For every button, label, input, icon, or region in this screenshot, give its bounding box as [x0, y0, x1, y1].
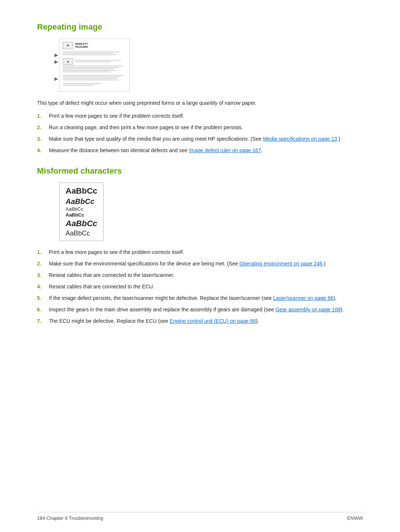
ri-row-3: ▶ — [63, 75, 126, 81]
step-num-mf-1: 1. — [37, 248, 49, 256]
page-footer: 184 Chapter 6 Troubleshooting ENWW — [37, 512, 363, 521]
step-text-mf-5: If the image defect persists, the laser/… — [49, 294, 363, 302]
link-operating-env[interactable]: Operating environment on page 246 — [239, 261, 322, 267]
ri-row-lines-3 — [63, 75, 126, 81]
link-image-defect-ruler[interactable]: Image defect ruler on page 167 — [189, 147, 261, 153]
ri-row-4 — [63, 83, 126, 86]
step-mf-2: 2. Make sure that the environmental spec… — [37, 260, 363, 268]
ri-row-lines-2: ⊕ — [63, 58, 126, 73]
step-mf-6: 6. Inspect the gears in the main drive a… — [37, 306, 363, 314]
hp-logo: ⊕ — [63, 42, 73, 49]
step-text-mf-6: Inspect the gears in the main drive asse… — [49, 306, 363, 314]
mf-line-2: AaBbCc — [66, 197, 97, 206]
mf-line-3: AaBbCc — [66, 206, 97, 213]
step-num-ri-3: 3. — [37, 135, 49, 143]
mf-line-1: AaBbCc — [66, 186, 97, 197]
ri-row-2: ▶ ⊕ — [63, 58, 126, 73]
step-num-mf-3: 3. — [37, 271, 49, 279]
step-num-ri-1: 1. — [37, 112, 49, 120]
misformed-chars-illustration: AaBbCc AaBbCc AaBbCc AaBbCc AaBbCc AaBbC… — [59, 183, 104, 241]
ri-row-1: ▶ — [63, 51, 126, 56]
step-num-mf-2: 2. — [37, 260, 49, 268]
step-text-mf-4: Reseat cables that are connected to the … — [49, 283, 363, 291]
repeating-image-intro: This type of defect might occur when usi… — [37, 99, 363, 107]
step-mf-3: 3. Reseat cables that are connected to t… — [37, 271, 363, 279]
mf-line-6: AaBbCc — [66, 229, 97, 238]
step-text-mf-3: Reseat cables that are connected to the … — [49, 271, 363, 279]
ri-logo-text: HEWLETT- PACKARD — [75, 43, 89, 49]
mf-line-4: AaBbCc — [66, 212, 97, 218]
link-laser-scanner[interactable]: Laser/scanner on page 86 — [273, 295, 333, 301]
step-num-mf-4: 4. — [37, 283, 49, 291]
section-heading-misformed: Misformed characters — [37, 166, 363, 176]
step-mf-1: 1. Print a few more pages to see if the … — [37, 248, 363, 256]
section-heading-repeating-image: Repeating image — [37, 22, 363, 32]
step-mf-5: 5. If the image defect persists, the las… — [37, 294, 363, 302]
step-mf-7: 7. The ECU might be defective. Replace t… — [37, 317, 363, 325]
ri-row-lines-1 — [63, 51, 126, 56]
step-text-ri-2: Run a cleaning page, and then print a fe… — [49, 124, 363, 131]
step-text-mf-2: Make sure that the environmental specifi… — [49, 260, 363, 268]
step-ri-3: 3. Make sure that type and quality of th… — [37, 135, 363, 143]
step-num-mf-7: 7. — [37, 317, 49, 325]
link-media-specs[interactable]: Media specifications on page 13 — [263, 136, 337, 142]
step-ri-2: 2. Run a cleaning page, and then print a… — [37, 124, 363, 131]
misformed-steps: 1. Print a few more pages to see if the … — [37, 248, 363, 325]
ri-content-rows: ▶ ▶ ⊕ — [63, 51, 126, 86]
ri-row-lines-4 — [63, 83, 126, 86]
repeating-image-steps: 1. Print a few more pages to see if the … — [37, 112, 363, 154]
footer-right: ENWW — [347, 515, 363, 521]
page-content: Repeating image ⊕ HEWLETT- PACKARD ▶ — [0, 0, 400, 367]
ri-header: ⊕ HEWLETT- PACKARD — [63, 42, 126, 49]
step-text-ri-1: Print a few more pages to see if the pro… — [49, 112, 363, 120]
link-ecu[interactable]: Engine control unit (ECU) on page 88 — [170, 318, 256, 324]
link-gear-assembly[interactable]: Gear assembly on page 108 — [276, 307, 341, 312]
section-misformed-characters: Misformed characters AaBbCc AaBbCc AaBbC… — [37, 166, 363, 325]
step-ri-4: 4. Measure the distance between two iden… — [37, 147, 363, 154]
step-mf-4: 4. Reseat cables that are connected to t… — [37, 283, 363, 291]
step-num-mf-5: 5. — [37, 294, 49, 302]
step-ri-1: 1. Print a few more pages to see if the … — [37, 112, 363, 120]
step-num-ri-4: 4. — [37, 147, 49, 154]
footer-left: 184 Chapter 6 Troubleshooting — [37, 515, 103, 521]
step-text-ri-4: Measure the distance between two identic… — [49, 147, 363, 154]
step-num-ri-2: 2. — [37, 124, 49, 131]
step-text-ri-3: Make sure that type and quality of the m… — [49, 135, 363, 143]
repeating-image-illustration: ⊕ HEWLETT- PACKARD ▶ ▶ — [59, 39, 130, 92]
mf-line-5: AaBbCc — [66, 218, 97, 229]
section-repeating-image: Repeating image ⊕ HEWLETT- PACKARD ▶ — [37, 22, 363, 154]
step-text-mf-7: The ECU might be defective. Replace the … — [49, 317, 363, 325]
step-text-mf-1: Print a few more pages to see if the pro… — [49, 248, 363, 256]
step-num-mf-6: 6. — [37, 306, 49, 314]
